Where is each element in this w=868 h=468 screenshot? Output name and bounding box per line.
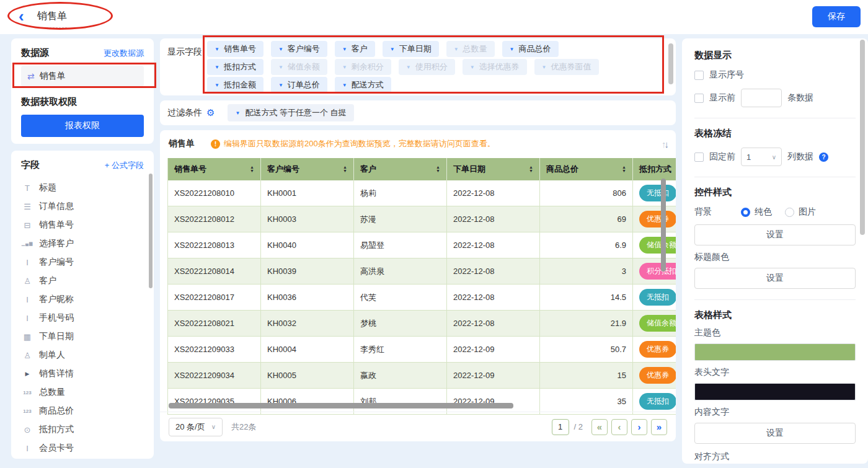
field-item[interactable]: T标题 [21, 179, 144, 197]
chevron-down-icon: ▼ [406, 64, 411, 70]
table-row[interactable]: XS20221209035KH0006刘邦2022-12-0935无抵扣 [168, 389, 676, 415]
display-field-chip[interactable]: ▼商品总价 [502, 41, 559, 57]
display-field-chip[interactable]: ▼总数量 [446, 41, 495, 57]
table-cell: 刘邦 [354, 389, 447, 415]
display-field-chip[interactable]: ▼使用积分 [399, 59, 455, 75]
display-field-chip[interactable]: ▼销售单号 [207, 41, 264, 57]
first-page-icon[interactable]: « [591, 419, 608, 435]
display-field-chip[interactable]: ▼优惠券面值 [534, 59, 599, 75]
field-item[interactable]: ♙客户 [21, 272, 144, 290]
table-row[interactable]: XS20221208017KH0036代芙2022-12-0814.5无抵扣 [168, 285, 676, 311]
chevron-down-icon: ▼ [215, 82, 219, 88]
column-header[interactable]: 商品总价▲▼ [540, 158, 633, 180]
current-page-box[interactable]: 1 [552, 419, 569, 435]
image-radio[interactable] [785, 208, 794, 217]
display-fields-panel: 显示字段 + ▼销售单号▼客户编号▼客户▼下单日期▼总数量▼商品总价▼抵扣方式▼… [160, 38, 676, 95]
rows-count-input[interactable] [741, 89, 782, 107]
display-field-chip[interactable]: ▼下单日期 [383, 41, 439, 57]
table-cell: 代芙 [354, 285, 447, 311]
show-index-checkbox[interactable] [694, 71, 704, 80]
sort-icon[interactable]: ▲▼ [250, 166, 254, 173]
display-field-chip[interactable]: ▼客户编号 [271, 41, 327, 57]
column-header[interactable]: 销售单号▲▼ [168, 158, 261, 180]
report-permission-button[interactable]: 报表权限 [21, 115, 144, 137]
table-row[interactable]: XS20221209033KH0004李秀红2022-12-0950.7优惠券 [168, 337, 676, 363]
filter-condition-chip[interactable]: ▼ 配送方式 等于任意一个 自提 [228, 104, 353, 121]
field-item[interactable]: ▁▄▆选择客户 [21, 234, 144, 253]
field-label: 选择客户 [39, 238, 74, 249]
table-horizontal-scrollbar[interactable] [169, 403, 513, 408]
filter-label: 过滤条件 [167, 107, 202, 118]
sort-icon[interactable]: ▲▼ [343, 166, 347, 173]
table-row[interactable]: XS20221208010KH0001杨莉2022-12-08806无抵扣 [168, 180, 676, 206]
column-header[interactable]: 客户编号▲▼ [261, 158, 354, 180]
settings-scrollbar[interactable] [860, 40, 865, 235]
display-field-chip[interactable]: ▼储值余额 [271, 59, 327, 75]
change-datasource-link[interactable]: 更改数据源 [104, 48, 144, 59]
display-field-chip[interactable]: ▼抵扣金额 [207, 77, 264, 93]
solid-color-radio[interactable] [741, 208, 750, 217]
person-icon: ♙ [21, 351, 33, 360]
field-item[interactable]: ▶销售详情 [21, 364, 144, 383]
fields-scrollbar[interactable] [149, 174, 153, 288]
field-item[interactable]: 123商品总价 [21, 402, 144, 420]
sort-icon[interactable]: ▲▼ [622, 166, 626, 173]
field-item[interactable]: ⊙抵扣方式 [21, 420, 144, 439]
display-field-chip[interactable]: ▼选择优惠券 [463, 59, 527, 75]
table-row[interactable]: XS20221208014KH0039高洪泉2022-12-083积分抵扣 [168, 258, 676, 285]
help-icon[interactable]: ? [819, 152, 828, 162]
prev-page-icon[interactable]: ‹ [611, 419, 627, 435]
display-field-chip[interactable]: ▼客户 [335, 41, 375, 57]
field-item[interactable]: ♙制单人 [21, 346, 144, 364]
field-label: 商品总价 [39, 405, 74, 417]
page-size-select[interactable]: 20 条/页 ∨ [169, 418, 223, 436]
sort-icon[interactable]: ▲▼ [529, 166, 533, 173]
field-item[interactable]: ⊟销售单号 [21, 216, 144, 234]
column-header[interactable]: 抵扣方式▲▼ [633, 158, 676, 180]
background-set-button[interactable]: 设置 [694, 224, 856, 245]
last-page-icon[interactable]: » [651, 419, 667, 435]
display-field-chip[interactable]: ▼抵扣方式 [207, 59, 264, 75]
data-display-heading: 数据显示 [694, 50, 856, 61]
header-text-swatch[interactable] [694, 383, 856, 400]
display-field-chip[interactable]: ▼剩余积分 [335, 59, 391, 75]
table-row[interactable]: XS20221208012KH0003苏漫2022-12-0869优惠券 [168, 206, 676, 232]
freeze-cols-select[interactable]: 1 ∨ [741, 148, 782, 166]
datasource-item[interactable]: ⇄ 销售单 [21, 66, 144, 87]
field-item[interactable]: I手机号码 [21, 309, 144, 327]
column-label: 客户编号 [267, 164, 299, 175]
content-text-set-button[interactable]: 设置 [694, 423, 856, 444]
next-page-icon[interactable]: › [631, 419, 647, 435]
column-header[interactable]: 下单日期▲▼ [447, 158, 540, 180]
table-cell: XS20221208017 [168, 285, 261, 311]
field-item[interactable]: I客户昵称 [21, 290, 144, 309]
table-row[interactable]: XS20221208013KH0040易堃登2022-12-086.9储值余额 [168, 232, 676, 258]
fix-columns-checkbox[interactable] [694, 152, 704, 162]
align-label: 对齐方式 [694, 451, 856, 462]
field-item[interactable]: ▦下单日期 [21, 327, 144, 346]
column-header[interactable]: 客户▲▼ [354, 158, 447, 180]
theme-color-swatch[interactable] [694, 343, 856, 361]
gear-icon[interactable]: ⚙ [206, 107, 215, 118]
field-item[interactable]: I客户编号 [21, 253, 144, 272]
sort-icon[interactable]: ▲▼ [436, 166, 440, 173]
chip-label: 客户编号 [288, 43, 320, 55]
display-fields-scrollbar[interactable] [668, 43, 673, 84]
display-field-chip[interactable]: ▼订单总价 [271, 77, 327, 93]
save-button[interactable]: 保存 [812, 6, 861, 27]
add-formula-field-link[interactable]: + 公式字段 [105, 160, 144, 171]
back-button[interactable]: ‹ [19, 7, 24, 25]
show-first-checkbox[interactable] [694, 94, 704, 103]
table-vertical-scrollbar[interactable] [661, 179, 666, 272]
title-color-set-button[interactable]: 设置 [694, 268, 856, 289]
chevron-down-icon: ▼ [470, 64, 475, 70]
display-field-chip[interactable]: ▼配送方式 [335, 77, 391, 93]
link-icon: ⇄ [27, 71, 35, 81]
field-item[interactable]: ☰订单信息 [21, 197, 144, 216]
field-item[interactable]: I会员卡号 [21, 439, 144, 457]
chevron-down-icon: ▼ [510, 46, 515, 52]
field-item[interactable]: 123总数量 [21, 383, 144, 402]
table-row[interactable]: XS20221209034KH0005嬴政2022-12-0915优惠券 [168, 363, 676, 389]
table-row[interactable]: XS20221208021KH0032梦桃2022-12-0821.9储值余额 [168, 311, 676, 337]
sort-order-button[interactable]: ↑↓ [662, 139, 670, 149]
